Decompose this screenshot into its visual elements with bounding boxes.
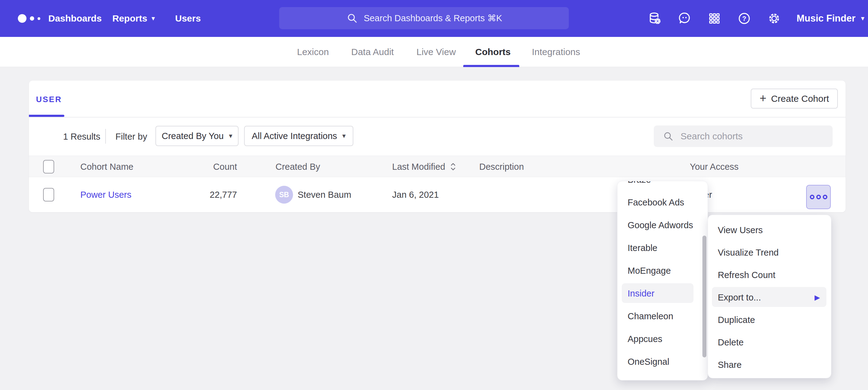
created-by-name: Steven Baum: [298, 177, 351, 212]
divider: [29, 117, 845, 118]
sort-icon[interactable]: [449, 162, 457, 171]
menu-item-insider[interactable]: Insider: [617, 282, 708, 305]
menu-item-visualize-trend[interactable]: Visualize Trend: [708, 241, 831, 264]
select-all-checkbox[interactable]: [43, 160, 54, 173]
chevron-down-icon: ▾: [229, 133, 232, 139]
tab-integrations[interactable]: Integrations: [532, 37, 580, 67]
chevron-down-icon: ▾: [861, 15, 864, 22]
column-count: Count: [201, 156, 237, 177]
column-your-access: Your Access: [690, 156, 739, 177]
nav-dashboards[interactable]: Dashboards: [48, 0, 101, 37]
submenu-scrollbar[interactable]: [703, 236, 706, 357]
user-tab-underline: [29, 115, 64, 117]
column-created-by: Created By: [276, 156, 320, 177]
cohorts-card: USER + Create Cohort 1 Results Filter by…: [29, 80, 845, 212]
global-search-placeholder: Search Dashboards & Reports ⌘K: [364, 13, 502, 23]
workspace-name: Music Finder: [797, 13, 856, 24]
menu-item-google-adwords[interactable]: Google Adwords: [617, 214, 708, 236]
menu-item-duplicate[interactable]: Duplicate: [708, 309, 831, 331]
column-description: Description: [479, 156, 524, 177]
menu-item-appcues[interactable]: Appcues: [617, 328, 708, 350]
row-actions-ellipsis-button[interactable]: [806, 185, 831, 209]
svg-text:?: ?: [742, 15, 746, 23]
column-cohort-name: Cohort Name: [80, 156, 133, 177]
menu-item-chameleon[interactable]: Chameleon: [617, 305, 708, 328]
submenu-arrow-icon: ▶: [814, 293, 820, 302]
global-search-input[interactable]: Search Dashboards & Reports ⌘K: [279, 7, 569, 29]
help-icon[interactable]: ?: [737, 11, 751, 26]
menu-item-share[interactable]: Share: [708, 354, 831, 376]
nav-icon-group: ?: [648, 0, 781, 37]
results-count: 1 Results: [63, 132, 100, 142]
last-modified-date: Jan 6, 2021: [392, 177, 439, 212]
integrations-filter-dropdown[interactable]: All Active Integrations ▾: [244, 126, 353, 146]
search-icon: [346, 12, 358, 24]
mixpanel-logo-icon[interactable]: [18, 0, 40, 37]
menu-item-delete[interactable]: Delete: [708, 331, 831, 354]
menu-item-refresh-count[interactable]: Refresh Count: [708, 264, 831, 286]
tab-data-audit[interactable]: Data Audit: [351, 37, 394, 67]
divider: [105, 129, 106, 143]
tab-cohorts[interactable]: Cohorts: [475, 37, 510, 67]
cohorts-page: Dashboards Reports ▾ Users Search Dashbo…: [0, 0, 868, 390]
nav-users[interactable]: Users: [175, 0, 201, 37]
top-nav: Dashboards Reports ▾ Users Search Dashbo…: [0, 0, 868, 37]
menu-item-braze[interactable]: Braze: [617, 181, 708, 191]
cohort-search-placeholder: Search cohorts: [681, 131, 743, 141]
row-checkbox[interactable]: [43, 188, 54, 201]
cohort-name-link[interactable]: Power Users: [80, 177, 131, 212]
export-destination-submenu: Braze Facebook Ads Google Adwords Iterab…: [617, 181, 708, 381]
column-last-modified[interactable]: Last Modified: [392, 156, 457, 177]
nav-reports[interactable]: Reports ▾: [112, 0, 155, 37]
table-header: Cohort Name Count Created By Last Modifi…: [29, 156, 845, 177]
menu-item-export-to[interactable]: Export to... ▶: [708, 286, 831, 309]
row-actions-menu: View Users Visualize Trend Refresh Count…: [708, 215, 831, 378]
table-row: Power Users 22,777 Steven Baum Jan 6, 20…: [29, 177, 845, 212]
menu-item-moengage[interactable]: MoEngage: [617, 259, 708, 282]
workspace-switcher[interactable]: Music Finder ▾: [797, 0, 864, 37]
chevron-down-icon: ▾: [151, 15, 155, 22]
menu-item-view-users[interactable]: View Users: [708, 219, 831, 241]
created-by-filter-dropdown[interactable]: Created By You ▾: [155, 126, 239, 146]
database-settings-icon[interactable]: [648, 11, 662, 26]
tab-live-view[interactable]: Live View: [416, 37, 456, 67]
avatar: SB: [275, 186, 293, 204]
menu-item-iterable[interactable]: Iterable: [617, 236, 708, 259]
settings-gear-icon[interactable]: [767, 11, 781, 26]
tab-user-cohorts[interactable]: USER: [36, 95, 62, 104]
menu-item-onesignal[interactable]: OneSignal: [617, 350, 708, 373]
create-cohort-button[interactable]: + Create Cohort: [751, 89, 838, 108]
plus-icon: +: [760, 92, 767, 104]
section-tab-bar: Lexicon Data Audit Live View Cohorts Int…: [0, 37, 868, 67]
cohort-search-input[interactable]: Search cohorts: [654, 126, 833, 147]
tab-lexicon[interactable]: Lexicon: [297, 37, 329, 67]
feedback-icon[interactable]: [678, 11, 692, 26]
active-tab-underline: [463, 65, 519, 67]
filter-by-label: Filter by: [116, 132, 147, 142]
chevron-down-icon: ▾: [342, 133, 346, 139]
search-icon: [662, 130, 674, 142]
menu-item-facebook-ads[interactable]: Facebook Ads: [617, 191, 708, 214]
apps-grid-icon[interactable]: [707, 11, 721, 26]
cohort-count: 22,777: [201, 177, 237, 212]
